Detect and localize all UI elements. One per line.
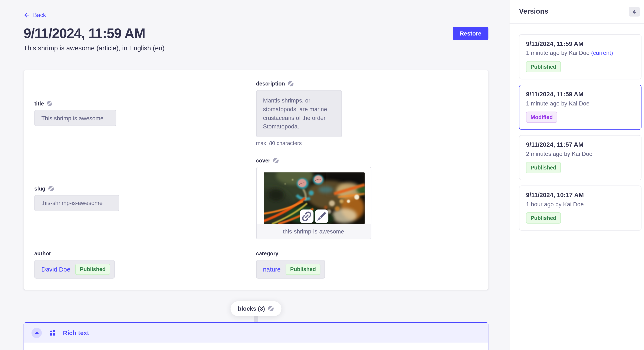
versions-title: Versions — [519, 7, 548, 16]
category-label: category — [256, 250, 278, 256]
back-link[interactable]: Back — [24, 11, 46, 18]
title-label: title — [34, 100, 44, 107]
author-status-badge: Published — [76, 263, 110, 275]
rich-text-block: Rich text body — [24, 322, 488, 350]
cover-label: cover — [256, 157, 270, 163]
field-category: category nature Published — [256, 250, 478, 278]
version-meta: 2 minutes ago by Kai Doe — [526, 150, 634, 157]
current-version-link[interactable]: (current) — [591, 49, 613, 56]
back-label: Back — [33, 11, 46, 18]
pencil-icon — [315, 210, 328, 222]
slug-label: slug — [34, 185, 45, 191]
field-slug: slug this-shrimp-is-awesome — [34, 185, 256, 211]
versions-list: 9/11/2024, 11:59 AM 1 minute ago by Kai … — [510, 24, 644, 240]
version-meta: 1 minute ago by Kai Doe — [526, 100, 634, 107]
arrow-left-icon — [24, 12, 30, 18]
content-history-page: Back 9/11/2024, 11:59 AM Restore This sh… — [0, 0, 644, 350]
field-author: author David Doe Published — [34, 250, 256, 278]
globe-icon — [273, 157, 279, 163]
version-date: 9/11/2024, 11:59 AM — [526, 40, 634, 47]
cover-edit-button[interactable] — [314, 209, 328, 223]
blocks-pill-label: blocks (3) — [238, 305, 265, 312]
rich-text-block-body: body — [24, 342, 488, 350]
version-status-badge: Published — [526, 61, 561, 72]
blocks-grid-icon — [50, 330, 55, 335]
slug-input: this-shrimp-is-awesome — [34, 195, 119, 211]
versions-sidebar: Versions 4 9/11/2024, 11:59 AM 1 minute … — [509, 0, 644, 350]
version-meta: 1 minute ago by Kai Doe (current) — [526, 49, 634, 56]
author-label: author — [34, 250, 51, 256]
blocks-pill: blocks (3) — [230, 301, 282, 316]
version-card[interactable]: 9/11/2024, 11:59 AM 1 minute ago by Kai … — [519, 34, 642, 79]
cover-carousel: this-shrimp-is-awesome — [256, 167, 371, 239]
globe-icon — [46, 100, 52, 107]
globe-icon — [268, 305, 274, 312]
version-status-badge: Published — [526, 162, 561, 173]
version-card[interactable]: 9/11/2024, 11:57 AM 2 minutes ago by Kai… — [519, 135, 642, 180]
version-date: 9/11/2024, 10:17 AM — [526, 191, 634, 198]
cover-link-button[interactable] — [300, 209, 313, 223]
versions-count-badge: 4 — [629, 7, 640, 16]
globe-icon — [48, 185, 54, 191]
description-hint: max. 80 characters — [256, 140, 478, 146]
author-relation: David Doe Published — [34, 260, 114, 278]
versions-header: Versions 4 — [510, 0, 644, 24]
version-meta: 1 hour ago by Kai Doe — [526, 201, 634, 207]
page-title: 9/11/2024, 11:59 AM — [24, 25, 453, 41]
restore-button[interactable]: Restore — [453, 26, 488, 40]
rich-text-block-header: Rich text — [24, 323, 488, 342]
version-fields-card: title This shrimp is awesome description… — [24, 70, 488, 289]
title-input: This shrimp is awesome — [34, 110, 116, 126]
version-date: 9/11/2024, 11:57 AM — [526, 141, 634, 148]
description-label: description — [256, 80, 285, 87]
author-relation-link[interactable]: David Doe — [41, 266, 70, 273]
block-connector — [254, 316, 258, 322]
chevron-up-icon — [34, 332, 38, 334]
globe-icon — [288, 80, 294, 87]
version-status-badge: Modified — [526, 112, 557, 123]
collapse-block-button[interactable] — [32, 328, 42, 338]
rich-text-block-label: Rich text — [63, 329, 89, 336]
version-card[interactable]: 9/11/2024, 11:59 AM 1 minute ago by Kai … — [519, 85, 642, 130]
version-status-badge: Published — [526, 212, 561, 223]
link-icon — [300, 210, 313, 222]
description-textarea: Mantis shrimps, or stomatopods, are mari… — [256, 90, 342, 137]
page-subtitle: This shrimp is awesome (article), in Eng… — [24, 44, 488, 52]
field-description: description Mantis shrimps, or stomatopo… — [256, 80, 478, 146]
main-panel: Back 9/11/2024, 11:59 AM Restore This sh… — [0, 0, 509, 350]
category-relation: nature Published — [256, 260, 325, 278]
cover-image — [264, 172, 364, 224]
category-relation-link[interactable]: nature — [263, 266, 281, 273]
version-card[interactable]: 9/11/2024, 10:17 AM 1 hour ago by Kai Do… — [519, 186, 642, 231]
category-status-badge: Published — [286, 263, 320, 275]
version-date: 9/11/2024, 11:59 AM — [526, 91, 634, 98]
blocks-dynamic-zone: blocks (3) Rich text body — [24, 301, 488, 350]
field-title: title This shrimp is awesome — [34, 100, 256, 126]
field-cover: cover — [256, 157, 478, 239]
cover-filename: this-shrimp-is-awesome — [256, 224, 370, 239]
